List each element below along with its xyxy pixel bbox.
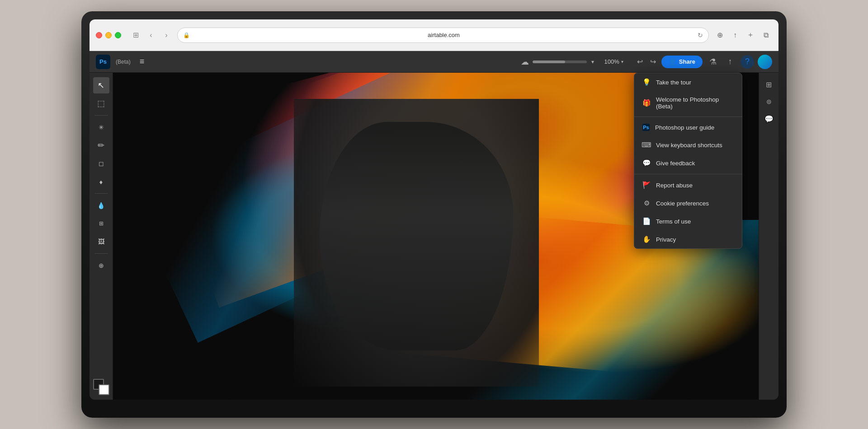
sidebar-toggle[interactable]: ⊞ [129,29,142,42]
ps-progress-fill [533,61,565,63]
address-bar[interactable]: 🔒 airtable.com ↻ [177,28,709,43]
dropdown-item-feedback[interactable]: 💬 Give feedback [634,154,742,172]
cookies-icon: ⚙ [642,199,651,207]
dropdown-item-report[interactable]: 🚩 Report abuse [634,176,742,194]
zoom-value: 100% [601,58,619,65]
tool-separator-2 [94,193,108,194]
user-guide-icon: Ps [642,124,650,131]
share-browser-button[interactable]: ↑ [729,29,741,42]
color-swatch-area [93,377,109,395]
ps-logo: Ps [96,55,110,69]
browser-nav: ⊞ ‹ › [129,29,173,42]
rpanel-adjustments[interactable]: ⊜ [762,94,776,109]
dropdown-separator-1 [634,117,742,117]
laptop-frame: ⊞ ‹ › 🔒 airtable.com ↻ ⊕ ↑ ＋ ⧉ [81,11,787,418]
lock-icon: 🔒 [183,32,190,38]
feedback-label: Give feedback [656,160,695,167]
tool-eyedropper[interactable]: 💧 [93,197,109,214]
browser-actions: ⊕ ↑ ＋ ⧉ [713,29,772,42]
art-silhouette-body [320,122,513,351]
cloud-icon: ☁ [521,57,529,67]
traffic-lights [96,32,121,38]
tool-select[interactable]: ↖ [93,77,109,93]
url-text: airtable.com [193,32,694,38]
back-button[interactable]: ‹ [145,29,157,42]
background-color[interactable] [99,384,109,395]
new-tab-button[interactable]: ＋ [744,29,757,42]
tool-crop[interactable]: ⊞ [93,215,109,232]
forward-button[interactable]: › [160,29,173,42]
ps-cloud-area: ☁ ▾ [521,57,594,67]
screen-bezel: ⊞ ‹ › 🔒 airtable.com ↻ ⊕ ↑ ＋ ⧉ [90,19,778,400]
tool-image-place[interactable]: 🖼 [93,233,109,250]
tool-marquee[interactable]: ⬚ [93,95,109,112]
browser-chrome: ⊞ ‹ › 🔒 airtable.com ↻ ⊕ ↑ ＋ ⧉ [90,19,778,51]
flask-button[interactable]: ⚗ [706,55,720,69]
tabs-button[interactable]: ⧉ [760,29,772,42]
dropdown-item-welcome[interactable]: 🎁 Welcome to Photoshop (Beta) [634,91,742,115]
terms-label: Terms of use [656,218,691,225]
dropdown-item-terms[interactable]: 📄 Terms of use [634,212,742,230]
share-label: Share [679,58,695,65]
dropdown-item-keyboard[interactable]: ⌨ View keyboard shortcuts [634,136,742,154]
welcome-icon: 🎁 [642,99,651,107]
share-icon: 👤 [669,58,676,65]
rpanel-chat[interactable]: 💬 [762,112,776,126]
progress-dropdown[interactable]: ▾ [591,59,594,65]
tool-sample[interactable]: ⊕ [93,257,109,274]
redo-button[interactable]: ↪ [648,56,658,68]
privacy-label: Privacy [656,236,676,243]
keyboard-label: View keyboard shortcuts [656,142,722,149]
report-icon: 🚩 [642,181,651,189]
export-button[interactable]: ↑ [723,55,737,69]
user-guide-label: Photoshop user guide [655,124,714,131]
undo-button[interactable]: ↩ [635,56,645,68]
report-label: Report abuse [656,182,693,189]
help-dropdown: 💡 Take the tour 🎁 Welcome to Photoshop (… [634,73,742,249]
close-button[interactable] [96,32,102,38]
tool-separator-1 [94,115,108,116]
dropdown-item-user-guide[interactable]: Ps Photoshop user guide [634,119,742,136]
minimize-button[interactable] [105,32,112,38]
tool-brush[interactable]: ✏ [93,137,109,154]
tool-fill[interactable]: ⬧ [93,173,109,190]
tool-heal[interactable]: ✳ [93,119,109,135]
terms-icon: 📄 [642,217,651,225]
dropdown-separator-2 [634,174,742,174]
share-button[interactable]: 👤 Share [661,56,703,68]
download-button[interactable]: ⊕ [713,29,726,42]
dropdown-item-take-tour[interactable]: 💡 Take the tour [634,73,742,91]
ps-topbar-right: ↩ ↪ 👤 Share ⚗ ↑ ? [635,55,772,69]
ps-menu-button[interactable]: ≡ [138,55,146,68]
user-avatar[interactable] [758,55,772,69]
cookies-label: Cookie preferences [656,200,709,207]
dropdown-item-cookies[interactable]: ⚙ Cookie preferences [634,194,742,212]
ps-beta-label: (Beta) [116,59,131,65]
ps-left-toolbar: ↖ ⬚ ✳ ✏ ◻ ⬧ 💧 ⊞ 🖼 ⊕ [90,73,113,400]
color-swatch[interactable] [93,379,109,395]
tool-eraser[interactable]: ◻ [93,155,109,172]
maximize-button[interactable] [115,32,121,38]
ps-zoom-area: 100% ▾ [601,58,623,65]
welcome-label: Welcome to Photoshop (Beta) [656,96,734,110]
help-button[interactable]: ? [741,55,754,69]
ps-progress-bar [533,61,587,63]
tool-separator-3 [94,253,108,254]
ps-right-panel: ⊞ ⊜ 💬 [759,73,778,400]
privacy-icon: ✋ [642,235,651,243]
take-tour-icon: 💡 [642,78,651,86]
rpanel-layers[interactable]: ⊞ [762,77,776,92]
ps-topbar: Ps (Beta) ≡ ☁ ▾ 100% ▾ ↩ ↪ [90,51,778,73]
zoom-dropdown-arrow[interactable]: ▾ [621,59,623,64]
reload-button[interactable]: ↻ [698,32,703,39]
photoshop-app: Ps (Beta) ≡ ☁ ▾ 100% ▾ ↩ ↪ [90,51,778,400]
keyboard-icon: ⌨ [642,141,651,149]
take-tour-label: Take the tour [656,79,691,86]
dropdown-item-privacy[interactable]: ✋ Privacy [634,230,742,248]
feedback-icon: 💬 [642,159,651,167]
